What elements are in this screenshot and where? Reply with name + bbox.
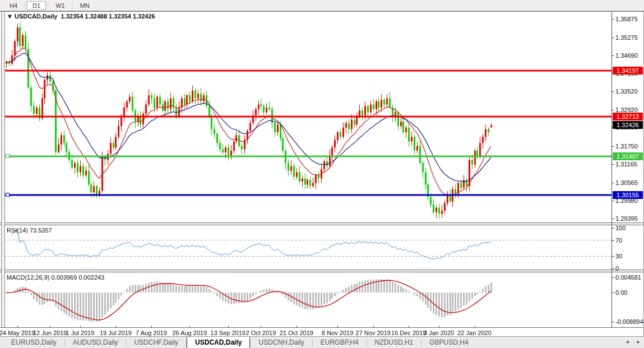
tab-scroll-left-button[interactable]: ◂ bbox=[624, 338, 631, 346]
date-axis-label: 16 Dec 2019 bbox=[391, 330, 426, 336]
price-line-label: 1.30155 bbox=[613, 191, 643, 199]
macd-label: MACD(12,26,9) 0.003969 0.002243 bbox=[7, 274, 104, 281]
price-axis-tick bbox=[611, 55, 614, 56]
rsi-axis-tick bbox=[611, 240, 614, 241]
price-axis-tick bbox=[611, 110, 614, 110]
timeframe-button-mn[interactable]: MN bbox=[75, 1, 95, 10]
chart-tab-eurgbp[interactable]: EURGBP,H4 bbox=[313, 337, 367, 348]
chart-tab-usdchf[interactable]: USDCHF,Daily bbox=[126, 337, 186, 348]
panel-splitter-rsi[interactable] bbox=[0, 222, 644, 225]
chart-window: ▼ USDCAD,Daily 1.32354 1.32488 1.32354 1… bbox=[0, 11, 644, 336]
price-axis-tick bbox=[611, 91, 614, 92]
rsi-indicator-chart[interactable] bbox=[4, 225, 611, 270]
macd-axis-label: -0.008894 bbox=[615, 318, 643, 325]
rsi-axis-label: 70 bbox=[615, 237, 622, 244]
main-price-chart[interactable] bbox=[4, 15, 611, 222]
price-axis-tick bbox=[611, 164, 614, 165]
mt4-application: H4D1W1MN ▼ USDCAD,Daily 1.32354 1.32488 … bbox=[0, 0, 644, 348]
date-axis-tick bbox=[17, 326, 18, 328]
price-line-label: 1.31407 bbox=[613, 152, 643, 160]
tab-scroll-buttons: ◂ ▸ bbox=[624, 338, 642, 346]
price-axis-label: 1.29395 bbox=[615, 215, 638, 222]
timeframe-button-h4[interactable]: H4 bbox=[4, 1, 23, 10]
rsi-axis-tick bbox=[611, 256, 614, 257]
price-axis-tick bbox=[611, 183, 614, 183]
chart-tab-nzdusd[interactable]: NZDUSD,H1 bbox=[367, 337, 421, 348]
date-axis-label: 24 May 2019 bbox=[0, 330, 35, 336]
tab-scroll-right-button[interactable]: ▸ bbox=[635, 338, 642, 346]
rsi-axis-label: 30 bbox=[615, 253, 622, 259]
chart-title: ▼ USDCAD,Daily 1.32354 1.32488 1.32354 1… bbox=[7, 13, 155, 20]
date-axis-tick bbox=[475, 326, 475, 328]
timeframe-button-d1[interactable]: D1 bbox=[27, 1, 46, 10]
date-axis-tick bbox=[409, 326, 409, 328]
date-axis-label: 3 Jan 2020 bbox=[424, 330, 454, 336]
date-axis-tick bbox=[80, 326, 81, 328]
date-axis-label: 27 Nov 2019 bbox=[356, 330, 391, 336]
date-axis-tick bbox=[261, 326, 261, 328]
chart-ohlc-values: 1.32354 1.32488 1.32354 1.32426 bbox=[61, 13, 155, 20]
chart-tab-audusd[interactable]: AUDUSD,Daily bbox=[65, 337, 126, 348]
macd-axis-tick bbox=[611, 322, 614, 322]
price-axis-tick bbox=[611, 19, 614, 20]
rsi-axis-label: 0 bbox=[615, 265, 619, 272]
date-axis-tick bbox=[50, 326, 50, 328]
date-axis-tick bbox=[296, 326, 297, 328]
rsi-label: RSI(14) 73.5357 bbox=[7, 227, 52, 234]
panel-bottom-border bbox=[0, 327, 644, 329]
chart-tab-usdcnh[interactable]: USDCNH,Daily bbox=[251, 337, 312, 348]
rsi-axis-label: 100 bbox=[615, 225, 626, 231]
macd-axis-label: 0.004581 bbox=[615, 274, 641, 281]
chart-tab-gbpusd[interactable]: GBPUSD,H4 bbox=[421, 337, 476, 348]
date-axis-label: 22 Jan 2020 bbox=[457, 330, 492, 336]
date-axis-label: 26 Aug 2019 bbox=[172, 330, 207, 336]
toolbar-separator bbox=[25, 2, 25, 9]
macd-axis-tick bbox=[611, 277, 614, 278]
date-axis-tick bbox=[373, 326, 374, 328]
price-axis-tick bbox=[611, 38, 614, 38]
macd-axis-tick bbox=[611, 293, 614, 293]
timeframe-button-w1[interactable]: W1 bbox=[50, 1, 71, 10]
date-axis-label: 12 Jun 2019 bbox=[33, 330, 67, 336]
rsi-axis-tick bbox=[611, 228, 614, 229]
chart-dropdown-icon[interactable]: ▼ bbox=[7, 13, 13, 20]
date-axis-label: 19 Jul 2019 bbox=[100, 330, 132, 336]
window-left-border bbox=[1, 12, 5, 327]
date-axis-label: 1 Jul 2019 bbox=[66, 330, 95, 336]
price-axis-label: 1.35275 bbox=[615, 34, 638, 41]
panel-splitter-macd[interactable] bbox=[0, 270, 644, 272]
chart-tab-usdcad[interactable]: USDCAD,Daily bbox=[187, 337, 250, 348]
price-axis-label: 1.31750 bbox=[615, 143, 638, 150]
macd-axis-label: 0.00 bbox=[615, 289, 627, 296]
date-axis-label: 7 Aug 2019 bbox=[136, 330, 167, 336]
price-axis-label: 1.31165 bbox=[615, 161, 637, 168]
price-line-label: 1.34197 bbox=[613, 67, 643, 75]
date-axis-label: 8 Nov 2019 bbox=[322, 330, 353, 336]
date-axis-tick bbox=[151, 326, 152, 328]
date-axis-label: 13 Sep 2019 bbox=[211, 330, 245, 336]
price-axis-tick bbox=[611, 146, 614, 147]
date-axis-label: 2 Oct 2019 bbox=[245, 330, 276, 336]
date-axis-tick bbox=[189, 326, 190, 328]
current-price-label: 1.32426 bbox=[613, 121, 643, 129]
chart-tab-eurusd[interactable]: EURUSD,Daily bbox=[3, 337, 64, 348]
price-axis-label: 1.33520 bbox=[615, 88, 638, 95]
date-axis-tick bbox=[439, 326, 439, 328]
price-axis-label: 1.30565 bbox=[615, 179, 638, 186]
chart-tab-bar: EURUSD,DailyAUDUSD,DailyUSDCHF,DailyUSDC… bbox=[0, 336, 644, 348]
date-axis-label: 21 Oct 2019 bbox=[280, 330, 313, 336]
price-axis-label: 1.34690 bbox=[615, 52, 638, 59]
price-axis-label: 1.35875 bbox=[615, 16, 638, 22]
date-axis-tick bbox=[228, 326, 229, 328]
toolbar-separator bbox=[48, 2, 48, 9]
date-axis-tick bbox=[115, 326, 116, 328]
timeframe-toolbar: H4D1W1MN bbox=[0, 0, 644, 11]
price-axis-tick bbox=[611, 201, 614, 201]
chart-symbol: USDCAD,Daily bbox=[15, 13, 57, 20]
rsi-axis-tick bbox=[611, 268, 614, 269]
toolbar-separator bbox=[72, 2, 73, 9]
price-line-label: 1.32713 bbox=[613, 113, 643, 120]
date-axis-tick bbox=[337, 326, 338, 328]
price-axis-separator bbox=[611, 12, 612, 328]
price-axis-tick bbox=[611, 219, 614, 219]
